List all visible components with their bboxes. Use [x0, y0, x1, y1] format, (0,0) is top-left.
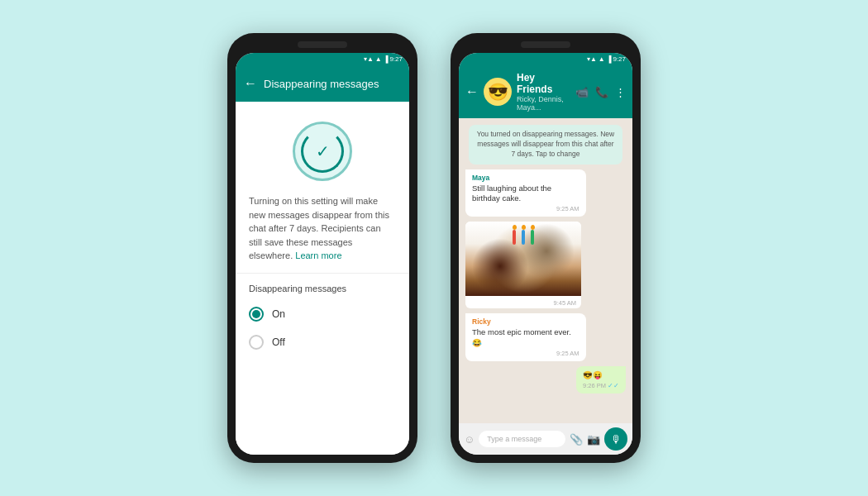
toolbar-1: ← Disappearing messages	[236, 65, 409, 102]
toolbar-title-1: Disappearing messages	[264, 78, 401, 90]
sender-ricky: Ricky	[472, 317, 579, 326]
text-outgoing: 😎😝	[583, 370, 619, 380]
send-button[interactable]: 🎙	[604, 427, 627, 451]
time-2: 9:27	[613, 55, 626, 63]
back-button-1[interactable]: ←	[244, 76, 257, 91]
time-maya: 9:25 AM	[472, 205, 579, 212]
status-bar-1: ▾▲ ▲ ▐ 9:27	[236, 53, 409, 65]
phone-1: ▾▲ ▲ ▐ 9:27 ← Disappearing messages ✓	[227, 33, 417, 463]
phone-2: ▾▲ ▲ ▐ 9:27 ← 😎 Hey Friends Ricky, Denni…	[451, 33, 641, 463]
status-bar-2: ▾▲ ▲ ▐ 9:27	[459, 53, 632, 65]
chat-input-bar: ☺ Type a message 📎 📷 🎙	[459, 423, 632, 455]
text-ricky: The most epic moment ever.😂	[472, 327, 579, 348]
battery-icon-2: ▐	[607, 55, 612, 63]
emoji-icon[interactable]: ☺	[464, 433, 475, 446]
camera-icon[interactable]: 📷	[587, 433, 600, 446]
chat-body: You turned on disappearing messages. New…	[459, 118, 632, 423]
message-image: 9:45 AM	[465, 222, 581, 308]
wifi-icon-2: ▲	[599, 55, 605, 63]
signal-icon: ▾▲	[364, 55, 374, 63]
time-outgoing: 9:26 PM ✓✓	[583, 382, 619, 389]
radio-off[interactable]: Off	[236, 328, 409, 356]
group-name: Hey Friends	[517, 72, 570, 95]
mic-send-icon: 🎙	[611, 433, 622, 446]
more-options-icon[interactable]: ⋮	[615, 86, 626, 98]
wifi-icon: ▲	[375, 55, 382, 63]
candle-3	[531, 228, 535, 245]
learn-more-link[interactable]: Learn more	[295, 250, 341, 260]
video-call-icon[interactable]: 📹	[575, 86, 589, 98]
attach-icon[interactable]: 📎	[570, 433, 583, 446]
system-message[interactable]: You turned on disappearing messages. New…	[469, 125, 622, 165]
sender-maya: Maya	[472, 174, 579, 182]
candle-2	[522, 228, 526, 245]
double-tick-icon: ✓✓	[608, 382, 619, 389]
time-1: 9:27	[389, 55, 403, 63]
icon-area: ✓	[236, 102, 409, 194]
section-title: Disappearing messages	[236, 274, 409, 300]
radio-circle-off[interactable]	[249, 335, 264, 350]
radio-on[interactable]: On	[236, 300, 409, 328]
phone-screen-1: ▾▲ ▲ ▐ 9:27 ← Disappearing messages ✓	[236, 53, 409, 455]
back-button-2[interactable]: ←	[465, 84, 479, 99]
message-input[interactable]: Type a message	[479, 431, 565, 447]
status-icons-1: ▾▲ ▲ ▐ 9:27	[364, 55, 403, 63]
time-image: 9:45 AM	[465, 298, 581, 308]
system-message-text: You turned on disappearing messages. New…	[477, 130, 615, 158]
group-avatar: 😎	[484, 78, 512, 106]
chat-actions: 📹 📞 ⋮	[575, 86, 626, 98]
check-icon: ✓	[316, 141, 330, 161]
chat-header: ← 😎 Hey Friends Ricky, Dennis, Maya... 📹…	[459, 65, 632, 118]
timer-icon: ✓	[293, 122, 352, 181]
radio-label-on: On	[272, 308, 285, 320]
voice-call-icon[interactable]: 📞	[595, 86, 608, 98]
cake-image	[465, 222, 581, 296]
time-ricky: 9:25 AM	[472, 350, 579, 357]
phone-notch-1	[298, 41, 347, 48]
phone-screen-2: ▾▲ ▲ ▐ 9:27 ← 😎 Hey Friends Ricky, Denni…	[459, 53, 632, 455]
status-icons-2: ▾▲ ▲ ▐ 9:27	[587, 55, 626, 63]
settings-description: Turning on this setting will make new me…	[236, 194, 409, 274]
candle-blue	[522, 230, 525, 245]
radio-circle-on[interactable]	[249, 307, 264, 322]
time-value-outgoing: 9:26 PM	[583, 382, 606, 389]
message-maya: Maya Still laughing about the birthday c…	[465, 169, 586, 217]
battery-icon: ▐	[384, 55, 389, 63]
chat-info: Hey Friends Ricky, Dennis, Maya...	[517, 72, 570, 112]
radio-label-off: Off	[272, 336, 285, 348]
text-maya: Still laughing about the birthday cake.	[472, 184, 579, 204]
timer-inner: ✓	[301, 130, 344, 173]
phone-notch-2	[521, 41, 570, 48]
group-members: Ricky, Dennis, Maya...	[517, 95, 570, 112]
message-outgoing: 😎😝 9:26 PM ✓✓	[576, 366, 626, 393]
settings-screen: ✓ Turning on this setting will make new …	[236, 102, 409, 455]
candle-green	[531, 230, 534, 245]
candle-red	[513, 230, 516, 245]
candle-group	[513, 228, 535, 245]
message-ricky: Ricky The most epic moment ever.😂 9:25 A…	[465, 313, 586, 361]
candle-1	[513, 228, 517, 245]
input-placeholder: Type a message	[487, 435, 541, 443]
signal-icon-2: ▾▲	[587, 55, 597, 63]
